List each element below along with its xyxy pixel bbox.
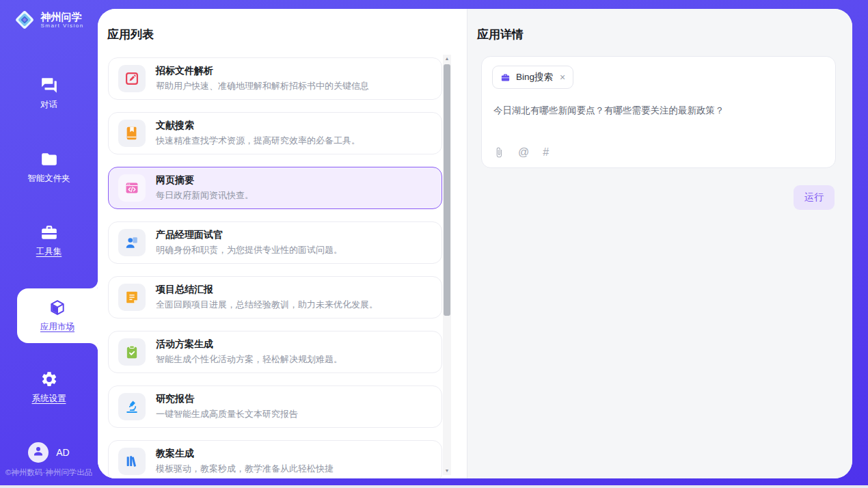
app-list-panel: 应用列表 招标文件解析 帮助用户快速、准确地理解和解析招标书中的关键信息 文献搜… <box>98 9 467 478</box>
document-edit-icon <box>118 65 146 92</box>
books-icon <box>118 448 146 475</box>
sidebar-item-system-settings[interactable]: 系统设置 <box>0 368 98 407</box>
sidebar-item-smart-folder[interactable]: 智能文件夹 <box>0 148 98 187</box>
app-card[interactable]: 文献搜索 快速精准查找学术资源，提高研究效率的必备工具。 <box>108 112 442 154</box>
main-content: 应用列表 招标文件解析 帮助用户快速、准确地理解和解析招标书中的关键信息 文献搜… <box>98 9 852 478</box>
chat-icon <box>40 77 58 94</box>
user-account[interactable]: AD <box>0 442 98 463</box>
app-detail-title: 应用详情 <box>477 27 524 42</box>
close-icon[interactable]: × <box>560 72 565 82</box>
sidebar-item-app-market[interactable]: 应用市场 <box>17 288 98 343</box>
scroll-down-icon[interactable]: ▼ <box>443 467 451 475</box>
sidebar-item-chat[interactable]: 对话 <box>0 74 98 113</box>
scrollbar-thumb[interactable] <box>444 64 450 316</box>
avatar <box>28 442 49 463</box>
toolbox-icon <box>40 223 58 241</box>
app-description: 快速精准查找学术资源，提高研究效率的必备工具。 <box>156 135 360 147</box>
hash-icon[interactable]: # <box>543 146 549 159</box>
scrollbar[interactable]: ▲ ▼ <box>443 55 451 475</box>
app-title: 项目总结汇报 <box>156 284 378 296</box>
prompt-text[interactable]: 今日湖北有哪些新闻要点？有哪些需要关注的最新政策？ <box>493 104 824 118</box>
brand-logo: 神州问学 Smart Vision <box>0 9 98 31</box>
folder-icon <box>40 150 58 168</box>
app-card[interactable]: 研究报告 一键智能生成高质量长文本研究报告 <box>108 385 442 428</box>
prompt-toolbar: @ # <box>493 146 549 159</box>
app-title: 研究报告 <box>156 393 298 405</box>
sidebar: 神州问学 Smart Vision 对话 智能文件夹 工具集 应用市场 系统设置… <box>0 0 98 485</box>
bottom-strip <box>0 485 868 488</box>
app-detail-panel: 应用详情 Bing搜索 × 今日湖北有哪些新闻要点？有哪些需要关注的最新政策？ … <box>467 9 852 478</box>
app-title: 教案生成 <box>156 448 334 460</box>
app-list-title: 应用列表 <box>107 27 154 42</box>
user-label: AD <box>56 447 69 458</box>
research-icon <box>118 393 146 420</box>
app-card[interactable]: 项目总结汇报 全面回顾项目进展，总结经验教训，助力未来优化发展。 <box>108 276 442 318</box>
scroll-up-icon[interactable]: ▲ <box>443 55 451 63</box>
gear-icon <box>40 370 58 388</box>
tool-tag-label: Bing搜索 <box>516 71 553 83</box>
app-list: 招标文件解析 帮助用户快速、准确地理解和解析招标书中的关键信息 文献搜索 快速精… <box>108 57 442 478</box>
tool-tag-bing-search[interactable]: Bing搜索 × <box>492 66 573 89</box>
app-description: 智能生成个性化活动方案，轻松解决规划难题。 <box>156 353 342 366</box>
app-card[interactable]: 招标文件解析 帮助用户快速、准确地理解和解析招标书中的关键信息 <box>108 57 442 100</box>
app-card[interactable]: 产品经理面试官 明确身份和职责，为您提供专业性的面试问题。 <box>108 221 442 264</box>
note-icon <box>118 284 146 311</box>
brand-subtitle: Smart Vision <box>40 23 83 29</box>
sidebar-item-toolset[interactable]: 工具集 <box>0 221 98 260</box>
app-window: 神州问学 Smart Vision 对话 智能文件夹 工具集 应用市场 系统设置… <box>0 0 868 488</box>
app-card[interactable]: 活动方案生成 智能生成个性化活动方案，轻松解决规划难题。 <box>108 331 442 373</box>
briefcase-icon <box>500 72 511 83</box>
mention-icon[interactable]: @ <box>518 146 529 159</box>
app-title: 招标文件解析 <box>156 65 369 77</box>
browser-code-icon <box>118 174 146 202</box>
logo-diamond-icon <box>14 9 36 31</box>
app-card[interactable]: 教案生成 模板驱动，教案秒成，教学准备从此轻松快捷 <box>108 440 442 478</box>
copyright-footer: ©神州数码·神州问学出品 <box>0 467 98 478</box>
brand-name: 神州问学 <box>40 11 83 23</box>
run-button[interactable]: 运行 <box>794 185 835 210</box>
cube-icon <box>49 299 66 316</box>
person-icon <box>32 445 44 460</box>
app-description: 帮助用户快速、准确地理解和解析招标书中的关键信息 <box>156 80 369 92</box>
app-title: 网页摘要 <box>156 174 254 187</box>
app-description: 一键智能生成高质量长文本研究报告 <box>156 408 298 420</box>
clipboard-check-icon <box>118 338 146 366</box>
app-title: 产品经理面试官 <box>156 229 342 241</box>
app-description: 模板驱动，教案秒成，教学准备从此轻松快捷 <box>156 463 334 475</box>
app-description: 全面回顾项目进展，总结经验教训，助力未来优化发展。 <box>156 299 378 311</box>
app-title: 活动方案生成 <box>156 338 342 351</box>
app-description: 每日政府新闻资讯快查。 <box>156 189 254 202</box>
book-icon <box>118 120 146 147</box>
app-description: 明确身份和职责，为您提供专业性的面试问题。 <box>156 244 342 256</box>
attachment-icon[interactable] <box>493 147 504 158</box>
interviewer-icon <box>118 229 146 256</box>
app-card[interactable]: 网页摘要 每日政府新闻资讯快查。 <box>108 167 442 209</box>
prompt-card[interactable]: Bing搜索 × 今日湖北有哪些新闻要点？有哪些需要关注的最新政策？ @ # <box>481 56 836 168</box>
app-title: 文献搜索 <box>156 120 360 132</box>
